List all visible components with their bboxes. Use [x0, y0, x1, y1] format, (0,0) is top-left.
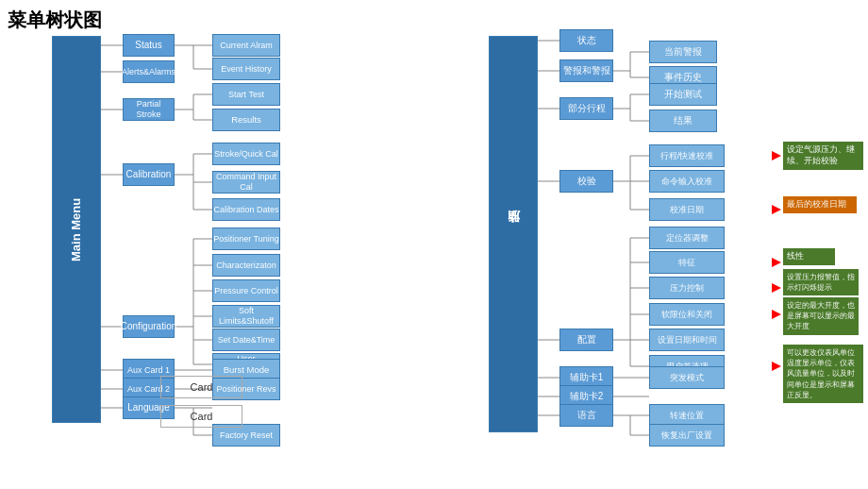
svg-marker-77 [772, 362, 781, 371]
svg-marker-75 [772, 283, 781, 293]
characterization-node: Characterizaton [212, 254, 280, 277]
command-input-cal-node: Command Input Cal [212, 171, 280, 194]
zh-alerts-node: 警报和警报 [559, 59, 613, 82]
start-test-node: Start Test [212, 83, 280, 106]
soft-limits-node: Soft Limits&Shutoff [212, 305, 280, 328]
results-node: Results [212, 109, 280, 131]
current-alarm-node: Current Alram [212, 34, 280, 57]
zh-status-node: 状态 [559, 29, 613, 52]
left-panel: 菜单树状图 [0, 0, 434, 489]
tooltip-cal-dates: 最后的校准日期 [783, 196, 857, 213]
zh-burst-node: 突发模式 [649, 366, 725, 389]
set-date-time-node: Set Date&Time [212, 329, 280, 351]
zh-cal-dates-node: 校准日期 [649, 198, 725, 221]
zh-factory-reset-node: 恢复出厂设置 [649, 424, 725, 447]
calibration-dates-node: Calibration Dates [212, 198, 280, 221]
configuration-node: Configuration [123, 315, 175, 338]
zh-char-node: 特征 [649, 251, 725, 274]
zh-start-test-node: 开始测试 [649, 83, 717, 106]
zh-results-node: 结果 [649, 110, 717, 132]
zh-stroke-node: 行程/快速校准 [649, 144, 725, 167]
tooltip-user-pref: 可以更改仪表风单位温度显示单位，仪表风流量单位，以及时间单位是显示和屏幕正反显。 [783, 345, 863, 403]
calibration-node: Calibration [123, 163, 175, 186]
tooltip-pressure: 设置压力报警值，指示灯闪烁提示 [783, 269, 859, 295]
tooltip-soft-limits: 设定的最大开度，也是屏幕可以显示的最大开度 [783, 297, 859, 335]
zh-command-node: 命令输入校准 [649, 170, 725, 193]
main-menu-node: Main Menu [52, 36, 101, 423]
partial-stroke-node: Partial Stroke [123, 98, 175, 121]
tooltip-linear: 线性 [783, 248, 835, 265]
svg-marker-74 [772, 258, 781, 267]
svg-marker-73 [772, 205, 781, 214]
zh-main-menu-node: 油脂 [489, 36, 538, 432]
positioner-tuning-node: Positioner Tuning [212, 228, 280, 250]
status-node: Status [123, 34, 175, 57]
event-history-node: Event History [212, 58, 280, 80]
svg-marker-72 [772, 151, 781, 160]
right-panel: 油脂 状态 警报和警报 部分行程 校验 配置 辅助卡1 辅助卡2 语言 当前警报… [434, 0, 868, 489]
pressure-control-node: Pressure Control [212, 279, 280, 302]
page-title: 菜单树状图 [8, 8, 102, 33]
svg-marker-76 [772, 310, 781, 319]
zh-pos-tuning-node: 定位器调整 [649, 227, 725, 249]
zh-soft-limits-node: 软限位和关闭 [649, 303, 725, 326]
zh-calibration-node: 校验 [559, 170, 613, 193]
card-label-2: Card [160, 405, 242, 428]
alerts-node: Alerts&Alarms [123, 60, 175, 83]
zh-config-node: 配置 [559, 329, 613, 351]
zh-partial-node: 部分行程 [559, 97, 613, 120]
zh-pressure-node: 压力控制 [649, 277, 725, 299]
zh-current-alarm-node: 当前警报 [649, 41, 717, 63]
tooltip-stroke: 设定气源压力、继续、开始校验 [783, 142, 863, 170]
card-label-1: Card [160, 376, 242, 398]
zh-language-node: 语言 [559, 404, 613, 427]
stroke-quick-cal-node: Stroke/Quick Cal [212, 143, 280, 165]
zh-date-time-node: 设置日期和时间 [649, 329, 725, 351]
